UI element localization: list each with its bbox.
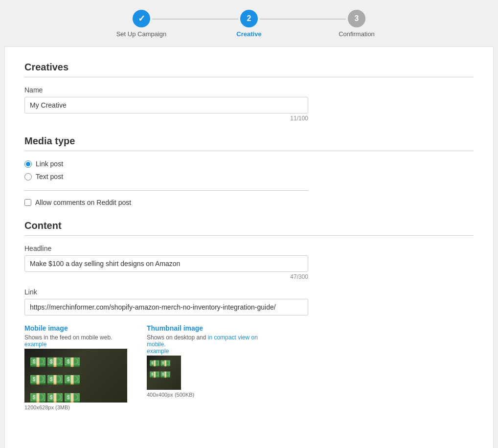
step-circle-confirmation: 3 [348,10,365,27]
thumbnail-image-title: Thumbnail image [147,324,274,332]
creative-name-input[interactable] [24,97,308,113]
media-type-section: Media type Link post Text post Allow com… [24,135,474,206]
mobile-image-title: Mobile image [24,324,127,332]
step-creative: 2 Creative [195,10,303,38]
media-type-radio-group: Link post Text post [24,160,474,180]
headline-char-count: 47/300 [24,273,308,280]
checkmark-icon: ✓ [138,13,145,24]
mobile-image-desc: Shows in the feed on mobile web. example [24,334,127,348]
allow-comments-row[interactable]: Allow comments on Reddit post [24,199,474,206]
headline-input[interactable] [24,255,308,272]
thumbnail-image-preview [147,356,181,390]
headline-label: Headline [24,245,474,252]
link-post-label: Link post [36,160,63,168]
mobile-image-size: 1200x628px (3MB) [24,404,127,410]
link-label: Link [24,288,474,296]
name-label: Name [24,86,474,94]
creatives-title: Creatives [24,62,474,77]
allow-comments-label: Allow comments on Reddit post [35,199,131,206]
link-post-option[interactable]: Link post [24,160,474,168]
thumbnail-image-size: 400x400px (500KB) [147,392,274,398]
step-label-creative: Creative [236,30,261,38]
media-type-title: Media type [24,135,474,151]
step-setup: ✓ Set Up Campaign [88,10,195,38]
images-row: Mobile image Shows in the feed on mobile… [24,324,474,410]
link-input[interactable] [24,299,308,315]
allow-comments-checkbox[interactable] [24,199,31,206]
step-confirmation: 3 Confirmation [303,10,410,38]
main-card: Creatives Name 11/100 Media type Link po… [4,46,494,448]
stepper: ✓ Set Up Campaign 2 Creative 3 Confirmat… [0,0,498,43]
step-label-setup: Set Up Campaign [116,30,167,38]
link-post-radio[interactable] [24,160,32,168]
text-post-option[interactable]: Text post [24,173,474,180]
content-section: Content Headline 47/300 Link Mobile imag… [24,220,474,410]
divider [24,190,308,191]
mobile-image-block: Mobile image Shows in the feed on mobile… [24,324,127,410]
step-label-confirmation: Confirmation [339,30,375,38]
step-circle-creative: 2 [240,10,258,27]
text-post-label: Text post [36,173,63,180]
text-post-radio[interactable] [24,173,32,180]
mobile-image-preview [24,349,127,403]
step-circle-setup: ✓ [133,10,150,27]
thumbnail-image-block: Thumbnail image Shows on desktop and in … [147,324,274,410]
name-char-count: 11/100 [24,115,308,122]
content-title: Content [24,220,474,236]
mobile-example-link[interactable]: example [24,341,46,348]
thumbnail-image-desc: Shows on desktop and in compact view on … [147,334,274,355]
creatives-section: Creatives Name 11/100 [24,62,474,122]
thumbnail-example-link[interactable]: example [147,348,169,355]
